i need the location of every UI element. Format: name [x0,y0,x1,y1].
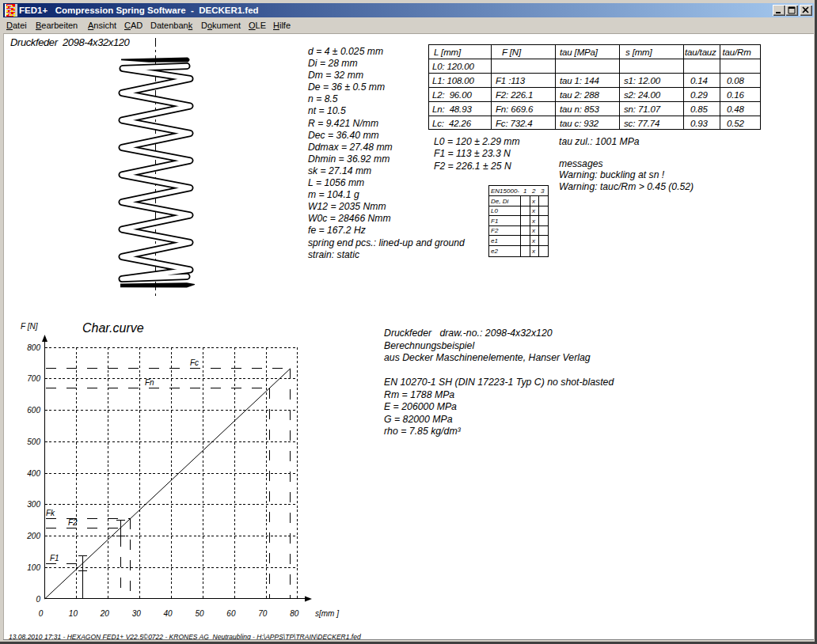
svg-text:L1: 108.00: L1: 108.00 [432,76,475,85]
svg-text:F2: F2 [68,518,78,527]
svg-text:300: 300 [27,500,40,509]
svg-text:50: 50 [195,609,204,618]
svg-text:800: 800 [27,343,40,352]
svg-text:0.93: 0.93 [690,119,709,128]
svg-text:F2: F2 [491,227,499,234]
svg-text:Char.curve: Char.curve [82,321,144,335]
svg-text:Fn: Fn [145,378,154,387]
svg-text:0.14: 0.14 [690,76,708,85]
svg-text:F [N]: F [N] [21,322,38,331]
svg-text:L0: 120.00: L0: 120.00 [432,62,475,71]
svg-text:e1: e1 [491,237,498,244]
svg-text:2: 2 [531,188,536,195]
svg-text:Fc: 732.4: Fc: 732.4 [496,119,533,128]
svg-text:L [mm]: L [mm] [434,47,462,57]
svg-text:1: 1 [523,188,526,195]
svg-text:sn: 71.07: sn: 71.07 [624,104,661,114]
svg-text:tau/tauz: tau/tauz [685,47,716,57]
svg-text:sc: 77.74: sc: 77.74 [624,119,659,128]
svg-text:700: 700 [27,374,40,383]
svg-text:tau c: 932: tau c: 932 [560,119,599,128]
svg-text:tau n: 853: tau n: 853 [560,104,599,114]
svg-text:10: 10 [69,609,78,618]
svg-text:40: 40 [164,609,173,618]
svg-text:60: 60 [226,609,236,618]
svg-text:x: x [531,227,536,234]
svg-text:x: x [531,198,536,205]
svg-text:F [N]: F [N] [502,47,522,57]
svg-text:0.29: 0.29 [690,90,709,100]
svg-text:Ln: 48.93: Ln: 48.93 [432,104,472,114]
svg-text:20: 20 [100,609,110,618]
svg-text:x: x [531,248,536,255]
svg-text:s [mm]: s [mm] [625,47,653,57]
svg-text:400: 400 [27,469,40,478]
svg-text:F2: 226.1: F2: 226.1 [496,90,533,100]
svg-text:0.48: 0.48 [727,104,745,114]
svg-text:L0: L0 [491,207,498,214]
svg-text:tau [MPa]: tau [MPa] [560,47,598,57]
svg-text:0.85: 0.85 [690,104,709,114]
svg-text:Fn: 669.6: Fn: 669.6 [496,104,534,114]
svg-text:tau 1: 144: tau 1: 144 [560,76,599,85]
svg-text:3: 3 [541,188,545,195]
svg-text:Fc: Fc [190,358,199,367]
svg-text:s[mm ]: s[mm ] [315,609,339,618]
svg-text:0: 0 [39,609,44,618]
svg-text:F1: F1 [50,554,59,563]
svg-text:L2: 96.00: L2: 96.00 [432,90,472,100]
svg-text:200: 200 [26,532,40,540]
svg-text:80: 80 [290,609,299,618]
svg-text:e2: e2 [491,248,498,255]
svg-text:0.52: 0.52 [727,119,745,128]
svg-text:s1: 12.00: s1: 12.00 [624,76,661,85]
svg-text:x: x [531,218,536,225]
svg-text:Lc: 42.26: Lc: 42.26 [432,119,472,128]
svg-text:De, Di: De, Di [491,198,508,205]
svg-text:100: 100 [27,563,40,572]
svg-text:x: x [531,207,536,214]
svg-text:x: x [531,237,536,244]
svg-text:F1: F1 [491,218,498,225]
svg-text:EN15000-: EN15000- [491,188,519,195]
svg-text:0.16: 0.16 [727,90,745,100]
svg-text:tau 2: 288: tau 2: 288 [560,90,599,100]
svg-text:tau/Rm: tau/Rm [723,47,752,57]
svg-text:0: 0 [36,595,40,604]
svg-text:Fk: Fk [46,509,55,517]
svg-text:30: 30 [132,609,142,618]
svg-text:600: 600 [27,406,40,415]
svg-text:0.08: 0.08 [727,76,745,85]
svg-text:F1 :113: F1 :113 [496,76,526,85]
svg-text:500: 500 [27,438,40,446]
svg-text:70: 70 [258,609,268,618]
svg-text:s2: 24.00: s2: 24.00 [624,90,661,100]
